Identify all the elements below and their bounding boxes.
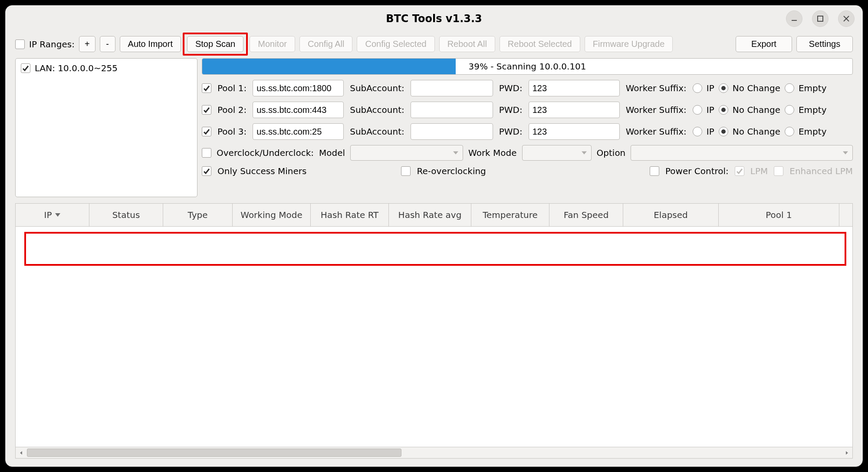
add-range-button[interactable]: + <box>79 36 95 52</box>
settings-button[interactable]: Settings <box>796 36 853 52</box>
pool-3-suffix-empty-radio[interactable] <box>785 127 794 136</box>
horizontal-scrollbar[interactable] <box>15 447 853 459</box>
scroll-track[interactable] <box>27 447 841 458</box>
col-ip[interactable]: IP <box>16 204 89 226</box>
mid-section: LAN: 10.0.0.0~255 39% - Scanning 10.0.0.… <box>15 58 853 197</box>
ip-range-item[interactable]: LAN: 10.0.0.0~255 <box>21 63 192 73</box>
app-window: BTC Tools v1.3.3 IP Ranges: + - A <box>5 5 863 467</box>
pool-1-pwd-label: PWD: <box>499 83 523 93</box>
auto-import-button[interactable]: Auto Import <box>120 36 181 52</box>
highlight-stop-scan <box>183 33 248 56</box>
pool-1-subaccount-label: SubAccount: <box>350 83 404 93</box>
pool-3-subaccount-label: SubAccount: <box>350 126 404 137</box>
workmode-select[interactable] <box>522 145 592 161</box>
pool-2-label: Pool 2: <box>217 105 247 115</box>
pool-3-suffix-nochange-radio[interactable] <box>719 127 728 136</box>
pool-1-row: Pool 1: SubAccount: PWD: Worker Suffix: … <box>202 80 853 96</box>
pool-2-pwd-input[interactable] <box>529 102 620 118</box>
pool-1-suffix-ip-radio[interactable] <box>693 83 702 93</box>
col-elapsed[interactable]: Elapsed <box>623 204 719 226</box>
svg-rect-1 <box>818 16 823 21</box>
svg-marker-5 <box>846 451 848 455</box>
maximize-button[interactable] <box>812 10 829 27</box>
pool-3-suffix-label: Worker Suffix: <box>626 126 687 137</box>
overclock-option-label: Option <box>597 148 626 158</box>
pool-1-subaccount-input[interactable] <box>411 80 493 96</box>
remove-range-button[interactable]: - <box>100 36 115 52</box>
ip-ranges-checkbox[interactable] <box>15 40 25 49</box>
pool-3-row: Pool 3: SubAccount: PWD: Worker Suffix: … <box>202 123 853 140</box>
pool-1-suffix-nochange-radio[interactable] <box>719 83 728 93</box>
overclock-row: Overclock/Underclock: Model Work Mode Op… <box>202 145 853 161</box>
power-control-label: Power Control: <box>665 166 729 176</box>
pool-3-checkbox[interactable] <box>202 127 211 136</box>
pool-3-pwd-label: PWD: <box>499 126 523 137</box>
col-type[interactable]: Type <box>163 204 233 226</box>
enhanced-lpm-checkbox <box>774 166 783 176</box>
col-hashrate-avg[interactable]: Hash Rate avg <box>389 204 471 226</box>
only-success-label: Only Success Miners <box>217 166 306 176</box>
col-hashrate-rt[interactable]: Hash Rate RT <box>311 204 389 226</box>
pool-1-pwd-input[interactable] <box>529 80 620 96</box>
scan-progress: 39% - Scanning 10.0.0.101 <box>202 58 853 75</box>
pool-2-address-input[interactable] <box>253 102 344 118</box>
col-working-mode[interactable]: Working Mode <box>233 204 311 226</box>
main-toolbar: IP Ranges: + - Auto Import Stop Scan Mon… <box>15 36 853 52</box>
ip-ranges-label: IP Ranges: <box>29 39 75 50</box>
pool-3-subaccount-input[interactable] <box>411 123 493 140</box>
ip-range-item-checkbox[interactable] <box>21 63 30 73</box>
scroll-thumb[interactable] <box>27 449 401 457</box>
close-button[interactable] <box>838 10 855 27</box>
pool-3-pwd-input[interactable] <box>529 123 620 140</box>
pool-2-suffix-ip-radio[interactable] <box>693 105 702 115</box>
reboot-selected-button: Reboot Selected <box>500 36 580 52</box>
scroll-right-icon[interactable] <box>841 447 852 458</box>
overclock-workmode-label: Work Mode <box>468 148 517 158</box>
lpm-label: LPM <box>750 166 768 176</box>
option-select[interactable] <box>631 145 853 161</box>
pool-1-address-input[interactable] <box>253 80 344 96</box>
pool-2-subaccount-input[interactable] <box>411 102 493 118</box>
pool-1-suffix-empty-radio[interactable] <box>785 83 794 93</box>
pool-2-row: Pool 2: SubAccount: PWD: Worker Suffix: … <box>202 102 853 118</box>
ip-range-item-label: LAN: 10.0.0.0~255 <box>35 63 118 73</box>
pool-2-suffix-empty-radio[interactable] <box>785 105 794 115</box>
pool-3-suffix-ip-radio[interactable] <box>693 127 702 136</box>
config-selected-button: Config Selected <box>357 36 434 52</box>
svg-marker-4 <box>20 451 22 455</box>
reoverclock-checkbox[interactable] <box>401 166 411 176</box>
config-panel: 39% - Scanning 10.0.0.101 Pool 1: SubAcc… <box>202 58 853 197</box>
sort-indicator-icon <box>55 213 60 217</box>
pool-1-label: Pool 1: <box>217 83 247 93</box>
pool-3-address-input[interactable] <box>253 123 344 140</box>
col-pool1[interactable]: Pool 1 <box>719 204 839 226</box>
pool-1-checkbox[interactable] <box>202 83 211 93</box>
overclock-checkbox[interactable] <box>202 148 211 158</box>
window-title: BTC Tools v1.3.3 <box>386 13 482 25</box>
scan-progress-text: 39% - Scanning 10.0.0.101 <box>202 61 852 72</box>
col-fanspeed[interactable]: Fan Speed <box>549 204 623 226</box>
scroll-left-icon[interactable] <box>16 447 27 458</box>
col-temperature[interactable]: Temperature <box>471 204 549 226</box>
ip-ranges-list[interactable]: LAN: 10.0.0.0~255 <box>15 58 197 197</box>
minimize-button[interactable] <box>786 10 802 27</box>
pool-2-subaccount-label: SubAccount: <box>350 105 404 115</box>
table-body[interactable] <box>15 226 853 447</box>
pool-2-pwd-label: PWD: <box>499 105 523 115</box>
pool-1-suffix-label: Worker Suffix: <box>626 83 687 93</box>
only-success-checkbox[interactable] <box>202 166 211 176</box>
reboot-all-button: Reboot All <box>439 36 495 52</box>
export-button[interactable]: Export <box>736 36 792 52</box>
model-select[interactable] <box>350 145 463 161</box>
pool-2-checkbox[interactable] <box>202 105 211 115</box>
highlight-row-region <box>24 232 846 266</box>
lpm-checkbox <box>735 166 744 176</box>
window-controls <box>786 10 855 27</box>
enhanced-lpm-label: Enhanced LPM <box>789 166 853 176</box>
col-status[interactable]: Status <box>89 204 163 226</box>
pool-2-suffix-label: Worker Suffix: <box>626 105 687 115</box>
power-control-checkbox[interactable] <box>650 166 659 176</box>
overclock-label: Overclock/Underclock: <box>217 148 314 158</box>
pool-2-suffix-nochange-radio[interactable] <box>719 105 728 115</box>
miners-table: IP Status Type Working Mode Hash Rate RT… <box>15 203 853 459</box>
